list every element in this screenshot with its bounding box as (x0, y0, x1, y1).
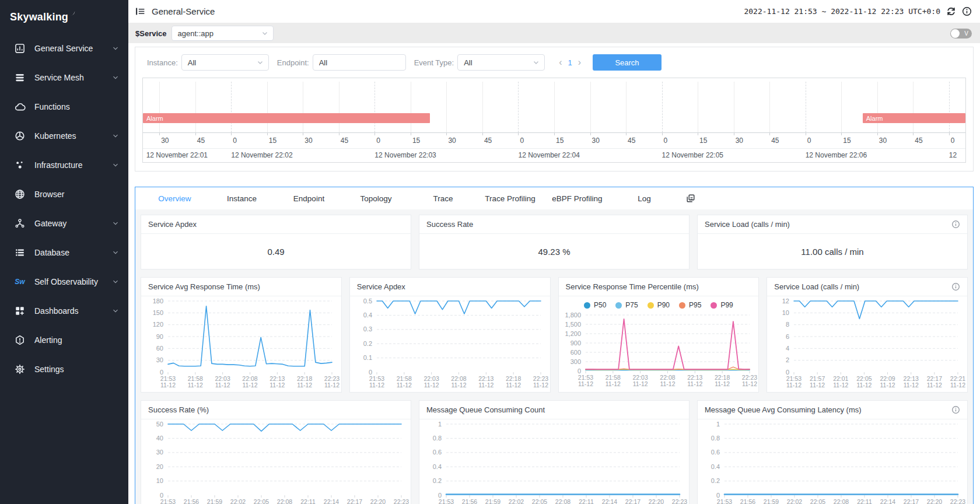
card-title: Message Queue Consuming Count (426, 405, 545, 414)
search-button[interactable]: Search (593, 54, 662, 71)
event-filter-card: Instance: All Endpoint: Event Type: All … (135, 47, 974, 172)
refresh-icon[interactable] (946, 6, 956, 16)
legend-item-p50[interactable]: P50 (584, 301, 606, 309)
svg-text:21:59: 21:59 (485, 498, 501, 504)
event-type-select[interactable]: All (457, 54, 545, 71)
endpoint-input[interactable] (313, 54, 406, 71)
timeline-dates: 12 November 22:0112 November 22:0212 Nov… (143, 148, 965, 162)
legend-item-p90[interactable]: P90 (648, 301, 670, 309)
legend-item-p75[interactable]: P75 (615, 301, 638, 309)
legend-item-p95[interactable]: P95 (679, 301, 701, 309)
sidebar-item-database[interactable]: Database (0, 238, 128, 267)
svg-text:12: 12 (782, 298, 789, 304)
sidebar-item-label: Service Mesh (34, 73, 112, 82)
tab-overview[interactable]: Overview (141, 194, 208, 203)
copy-dashboard-icon[interactable] (686, 194, 695, 203)
sidebar-nav: General ServiceService MeshFunctionsKube… (0, 34, 128, 384)
timeline-tick-label: 15 (269, 136, 276, 145)
svg-text:0: 0 (716, 492, 720, 499)
metric-card-service-apdex: Service Apdex0.49 (141, 215, 411, 270)
sidebar-item-general-service[interactable]: General Service (0, 34, 128, 63)
svg-text:11-12: 11-12 (160, 382, 176, 388)
sidebar-item-functions[interactable]: Functions (0, 92, 128, 121)
svg-text:300: 300 (570, 358, 580, 365)
sidebar-item-alerting[interactable]: Alerting (0, 326, 128, 355)
svg-text:21:53: 21:53 (160, 498, 176, 504)
timeline-tick-label: 30 (448, 136, 456, 145)
metric-card-service-load-calls-min: Service Load (calls / min)11.00 calls / … (697, 215, 968, 270)
chevron-down-icon (261, 30, 268, 37)
sidebar-item-service-mesh[interactable]: Service Mesh (0, 63, 128, 92)
chart-area[interactable]: 12108642021:5311-1221:5711-1222:0111-122… (767, 296, 967, 392)
info-icon[interactable] (951, 220, 960, 229)
svg-text:21:56: 21:56 (462, 498, 477, 504)
chart-area[interactable]: 10.80.60.40.2021:5311-1221:5611-1221:591… (698, 419, 967, 504)
svg-text:11-12: 11-12 (451, 382, 466, 388)
svg-text:11-12: 11-12 (215, 382, 230, 388)
sidebar-item-self-observability[interactable]: SwSelf Observability (0, 267, 128, 296)
sidebar-item-dashboards[interactable]: Dashboards (0, 296, 128, 326)
tab-log[interactable]: Log (611, 194, 678, 203)
info-icon[interactable] (951, 282, 960, 291)
crescent-icon (69, 10, 78, 19)
sidebar-item-browser[interactable]: Browser (0, 180, 128, 209)
timeline-gridline (913, 82, 914, 132)
next-page-button[interactable]: › (578, 58, 581, 67)
sidebar-item-infrastructure[interactable]: Infrastructure (0, 150, 128, 180)
instance-select[interactable]: All (181, 54, 269, 71)
chart-area[interactable]: 5040302010021:5311-1221:5611-1221:5911-1… (141, 419, 411, 504)
sidebar-item-label: Database (34, 248, 112, 257)
sidebar-item-label: Settings (34, 365, 119, 374)
service-select[interactable]: agent::app (172, 26, 274, 41)
svg-text:21:53: 21:53 (439, 498, 454, 504)
sidebar-item-settings[interactable]: Settings (0, 355, 128, 384)
svg-text:22:11: 22:11 (300, 498, 316, 504)
svg-text:22:17: 22:17 (904, 498, 919, 504)
chevron-down-icon (112, 132, 119, 139)
page-number[interactable]: 1 (568, 58, 572, 67)
svg-text:1,200: 1,200 (565, 330, 581, 337)
chart-area[interactable]: 10.80.60.40.2021:5311-1221:5611-1221:591… (419, 419, 689, 504)
sidebar-item-kubernetes[interactable]: Kubernetes (0, 121, 128, 150)
sidebar: Skywalking General ServiceService MeshFu… (0, 0, 128, 504)
timeline-grid[interactable]: AlarmAlarm (143, 78, 965, 133)
alarm-bar[interactable]: Alarm (863, 113, 965, 123)
svg-text:30: 30 (156, 449, 163, 456)
legend-item-p99[interactable]: P99 (710, 301, 733, 309)
tab-topology[interactable]: Topology (342, 194, 410, 203)
alarm-bar[interactable]: Alarm (143, 113, 430, 123)
timeline-gridline (734, 82, 734, 132)
pagination: ‹ 1 › (559, 58, 581, 67)
timeline-gridline (303, 82, 303, 132)
tab-trace-profiling[interactable]: Trace Profiling (477, 194, 544, 203)
timeline-tickmark (698, 133, 698, 135)
svg-text:11-12: 11-12 (632, 380, 648, 387)
tab-trace[interactable]: Trace (410, 194, 477, 203)
chart-area[interactable]: 180150120906030021:5311-1221:5811-1222:0… (141, 296, 341, 392)
info-icon[interactable] (951, 405, 960, 414)
sidebar-item-gateway[interactable]: Gateway (0, 209, 128, 238)
tab-instance[interactable]: Instance (208, 194, 275, 203)
prev-page-button[interactable]: ‹ (559, 58, 562, 67)
bar-chart-icon (14, 43, 26, 54)
skywalking-logo[interactable]: Skywalking (0, 0, 128, 34)
svg-text:22:05: 22:05 (532, 498, 547, 504)
svg-text:90: 90 (156, 333, 163, 340)
card-title: Service Apdex (357, 282, 405, 291)
metric-value: 49.23 % (419, 234, 689, 269)
collapse-sidebar-icon[interactable] (135, 6, 145, 16)
network-nodes-icon (14, 218, 26, 229)
info-icon[interactable] (962, 6, 972, 16)
timeline-tick-label: 0 (376, 136, 380, 145)
card-title: Message Queue Avg Consuming Latency (ms) (705, 405, 862, 414)
tab-endpoint[interactable]: Endpoint (275, 194, 342, 203)
sidebar-item-label: Browser (34, 190, 119, 199)
sidebar-item-label: Infrastructure (34, 160, 112, 170)
version-toggle[interactable]: V (950, 29, 972, 38)
tab-ebpf-profiling[interactable]: eBPF Profiling (544, 194, 611, 203)
chart-area[interactable]: 0.50.40.30.20.1021:5311-1221:5811-1222:0… (350, 296, 550, 392)
top-header: General-Service 2022-11-12 21:53 ~ 2022-… (128, 0, 980, 23)
chart-area[interactable]: P50P75P90P95P991,8001,5001,2009006003000… (559, 296, 759, 392)
time-range-picker[interactable]: 2022-11-12 21:53 ~ 2022-11-12 22:23 UTC+… (744, 7, 940, 16)
timeline-tick-label: 0 (951, 136, 955, 145)
